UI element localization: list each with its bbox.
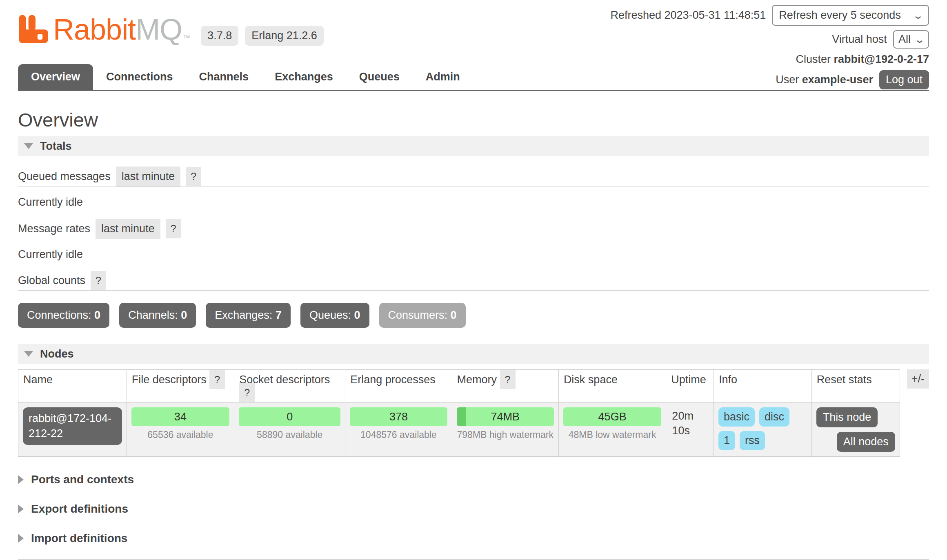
brand-rabbit: Rabbit xyxy=(53,13,136,46)
socket-descriptors-bar: 0 xyxy=(239,407,340,426)
col-erlang-processes: Erlang processes xyxy=(345,370,452,403)
queued-messages-range-tab[interactable]: last minute xyxy=(116,167,181,187)
tab-queues[interactable]: Queues xyxy=(346,64,413,90)
global-counts-header: Global counts ? xyxy=(18,271,929,291)
info-cell: basic disc 1 rss xyxy=(714,403,811,457)
help-icon[interactable]: ? xyxy=(209,370,225,389)
global-counts-label: Global counts xyxy=(18,274,85,287)
queued-messages-status: Currently idle xyxy=(18,196,929,208)
refresh-interval-value: Refresh every 5 seconds xyxy=(779,9,901,22)
import-definitions-label: Import definitions xyxy=(31,532,127,545)
reset-stats-cell: This node All nodes xyxy=(811,403,900,457)
node-row: rabbit@172-104-212-22 34 65536 available… xyxy=(18,403,900,457)
col-memory-label: Memory xyxy=(457,373,497,386)
consumers-counter-label: Consumers: xyxy=(388,309,451,321)
chevron-down-icon: ⌄ xyxy=(912,11,924,20)
col-file-descriptors: File descriptors ? xyxy=(127,370,234,403)
cluster-label: Cluster xyxy=(796,53,831,65)
message-rates-header: Message rates last minute ? xyxy=(18,219,929,239)
connections-counter-label: Connections: xyxy=(27,309,94,321)
main-nav-tabbar: Overview Connections Channels Exchanges … xyxy=(18,64,929,91)
memory-detail: 798MB high watermark xyxy=(457,429,554,440)
rabbitmq-rabbit-icon xyxy=(18,14,49,44)
exchanges-counter-label: Exchanges: xyxy=(215,309,276,321)
cluster-name: rabbit@192-0-2-17 xyxy=(834,53,929,65)
nodes-section-header[interactable]: Nodes xyxy=(18,344,929,364)
help-icon[interactable]: ? xyxy=(186,167,201,186)
socket-descriptors-detail: 58890 available xyxy=(239,429,340,440)
memory-value: 74MB xyxy=(491,411,520,423)
rabbitmq-logo: RabbitMQ ™ 3.7.8 Erlang 21.2.6 xyxy=(18,14,324,44)
expand-triangle-icon xyxy=(18,534,24,543)
virtual-host-select[interactable]: All ⌄ xyxy=(893,30,929,49)
column-toggle-button[interactable]: +/- xyxy=(907,369,929,389)
message-rates-range-tab[interactable]: last minute xyxy=(96,219,160,239)
import-definitions-section[interactable]: Import definitions xyxy=(18,532,929,545)
brand-wordmark: RabbitMQ xyxy=(53,15,182,44)
virtual-host-label: Virtual host xyxy=(832,33,887,46)
header: RabbitMQ ™ 3.7.8 Erlang 21.2.6 Refreshed… xyxy=(0,0,947,91)
info-tag-basic: basic xyxy=(718,407,755,427)
help-icon[interactable]: ? xyxy=(239,383,255,402)
erlang-version-badge: Erlang 21.2.6 xyxy=(245,26,324,46)
disk-space-detail: 48MB low watermark xyxy=(563,429,661,440)
reset-this-node-button[interactable]: This node xyxy=(816,407,878,427)
export-definitions-label: Export definitions xyxy=(31,502,128,516)
col-socket-descriptors: Socket descriptors ? xyxy=(234,370,345,403)
refresh-interval-select[interactable]: Refresh every 5 seconds ⌄ xyxy=(772,5,929,26)
message-rates-label: Message rates xyxy=(18,222,90,235)
queues-counter-value: 0 xyxy=(354,309,360,321)
tab-exchanges[interactable]: Exchanges xyxy=(262,64,346,90)
chevron-down-icon: ⌄ xyxy=(914,36,925,44)
rabbitmq-version-badge: 3.7.8 xyxy=(201,26,238,46)
node-name-link[interactable]: rabbit@172-104-212-22 xyxy=(23,407,122,445)
exchanges-counter-value: 7 xyxy=(276,309,282,321)
info-tag-disc: disc xyxy=(759,407,789,427)
reset-all-nodes-button[interactable]: All nodes xyxy=(837,432,895,452)
nodes-table-wrap: Name File descriptors ? Socket descripto… xyxy=(18,369,929,457)
help-icon[interactable]: ? xyxy=(500,370,516,389)
erlang-processes-bar: 378 xyxy=(350,407,447,426)
erlang-processes-value: 378 xyxy=(389,411,408,423)
connections-counter: Connections: 0 xyxy=(18,303,109,328)
help-icon[interactable]: ? xyxy=(166,219,181,238)
col-uptime: Uptime xyxy=(666,370,714,403)
totals-section-header[interactable]: Totals xyxy=(18,136,929,156)
node-info-tags: basic disc 1 rss xyxy=(718,407,807,450)
socket-descriptors-cell: 0 58890 available xyxy=(234,403,345,457)
exchanges-counter: Exchanges: 7 xyxy=(206,303,291,328)
connections-counter-value: 0 xyxy=(94,309,100,321)
queued-messages-label: Queued messages xyxy=(18,170,111,183)
memory-bar: 74MB xyxy=(457,407,554,426)
node-name-cell: rabbit@172-104-212-22 xyxy=(18,403,127,457)
file-descriptors-value: 34 xyxy=(174,411,187,423)
consumers-counter: Consumers: 0 xyxy=(379,303,466,328)
uptime-cell: 20m 10s xyxy=(666,403,714,457)
col-file-descriptors-label: File descriptors xyxy=(132,373,207,386)
bar-used-segment xyxy=(457,407,466,426)
version-badges: 3.7.8 Erlang 21.2.6 xyxy=(201,26,324,46)
export-definitions-section[interactable]: Export definitions xyxy=(18,502,929,516)
tab-admin[interactable]: Admin xyxy=(413,64,473,90)
ports-and-contexts-section[interactable]: Ports and contexts xyxy=(18,473,929,486)
erlang-processes-cell: 378 1048576 available xyxy=(345,403,452,457)
disk-space-cell: 45GB 48MB low watermark xyxy=(558,403,666,457)
tab-overview[interactable]: Overview xyxy=(18,64,93,90)
queues-counter: Queues: 0 xyxy=(300,303,369,328)
consumers-counter-value: 0 xyxy=(451,309,457,321)
erlang-processes-detail: 1048576 available xyxy=(350,429,447,440)
queues-counter-label: Queues: xyxy=(309,309,354,321)
nodes-table-header-row: Name File descriptors ? Socket descripto… xyxy=(18,370,900,403)
main-content: Overview Totals Queued messages last min… xyxy=(0,109,947,545)
tab-channels[interactable]: Channels xyxy=(186,64,262,90)
file-descriptors-cell: 34 65536 available xyxy=(127,403,234,457)
disk-space-bar: 45GB xyxy=(563,407,661,426)
nodes-section-title: Nodes xyxy=(40,348,74,360)
col-disk-space: Disk space xyxy=(558,370,666,403)
file-descriptors-bar: 34 xyxy=(131,407,229,426)
tab-connections[interactable]: Connections xyxy=(93,64,186,90)
help-icon[interactable]: ? xyxy=(91,271,106,290)
col-name: Name xyxy=(18,370,127,403)
memory-cell: 74MB 798MB high watermark xyxy=(452,403,558,457)
file-descriptors-detail: 65536 available xyxy=(131,429,229,440)
